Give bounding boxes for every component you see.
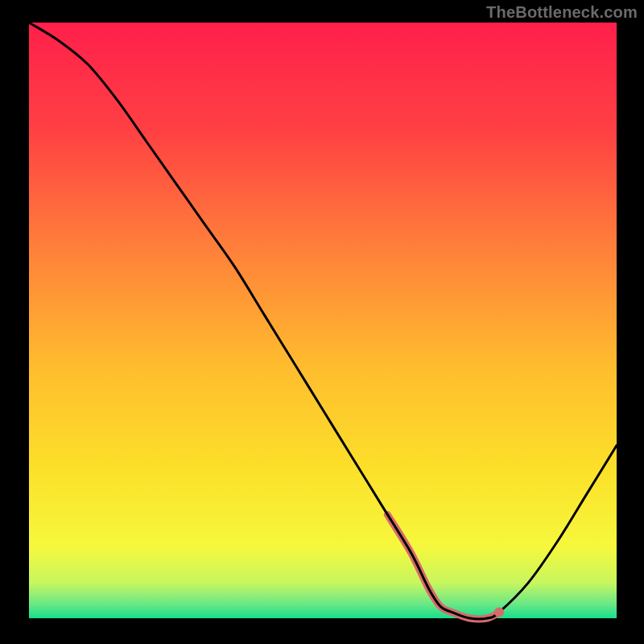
plot-background <box>29 23 617 618</box>
recommendation-marker <box>494 608 504 617</box>
bottleneck-chart <box>0 0 644 644</box>
watermark-text: TheBottleneck.com <box>486 3 638 22</box>
chart-container: TheBottleneck.com <box>0 0 644 644</box>
